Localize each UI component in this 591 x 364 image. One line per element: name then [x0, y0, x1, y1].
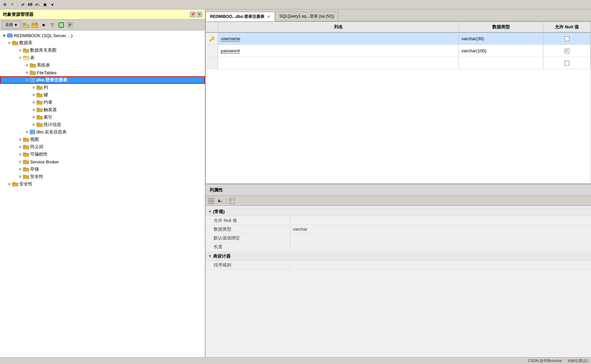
table-row-empty[interactable]	[206, 57, 591, 69]
exp-security-inner[interactable]: ⊞	[18, 174, 23, 179]
cell-username-name[interactable]: username	[218, 33, 459, 45]
exp-trigger[interactable]: ⊞	[31, 107, 37, 112]
exp-storage[interactable]: ⊞	[18, 166, 23, 172]
tables-label: 表	[30, 55, 34, 61]
status-bar: CSDN @书海shuhai 光标位置(点)	[0, 357, 591, 364]
cell-username-null[interactable]	[543, 33, 591, 45]
explorer-icon-stop[interactable]: ■	[40, 21, 47, 29]
exp-index[interactable]: ⊞	[31, 114, 37, 120]
prop-default-value[interactable]	[290, 234, 591, 242]
tree-security-inner[interactable]: ⊞ 安全性	[0, 173, 205, 180]
exp-stats[interactable]: ⊞	[31, 122, 37, 127]
cell-empty-name[interactable]	[218, 57, 459, 69]
toolbar-icon-5[interactable]: xh↓	[34, 1, 41, 8]
props-icon-table[interactable]	[228, 197, 236, 205]
tree-col[interactable]: ⊞ 列	[0, 84, 205, 91]
folder-file-icon	[30, 70, 36, 75]
tree-dbo-login[interactable]: ⊟ dbo.登录注册表	[0, 76, 205, 84]
toolbar-icon-3[interactable]: ⇄	[19, 1, 26, 8]
tree-dbo-real[interactable]: ⊞ dbo.实名信息表	[0, 128, 205, 136]
exp-dbo-real[interactable]: ⊞	[24, 129, 30, 135]
exp-synonyms[interactable]: ⊞	[18, 144, 23, 150]
file-tables-label: FileTables	[37, 70, 57, 75]
tree-trigger[interactable]: ⊞ 触发器	[0, 106, 205, 113]
expander-db[interactable]: ▣	[1, 33, 7, 38]
tree-index[interactable]: ⊞ 索引	[0, 113, 205, 121]
cell-empty-type[interactable]	[459, 57, 543, 69]
panel-pin-btn[interactable]: 📌	[190, 12, 195, 17]
tree-constraint[interactable]: ⊞ 约束	[0, 99, 205, 106]
explorer-icon-props[interactable]	[66, 21, 74, 29]
prop-row-allownull: 允许 Null 值	[206, 216, 591, 225]
tree-views[interactable]: ⊞ 视图	[0, 136, 205, 143]
exp-prog[interactable]: ⊞	[18, 152, 23, 157]
tab-login-table[interactable]: REDMIBOO...dbo.登录注册表 ✕	[206, 12, 275, 21]
connect-dropdown-icon[interactable]: ▼	[14, 23, 18, 27]
cell-password-name[interactable]: password	[218, 45, 459, 57]
tree-item-db-root[interactable]: ▣ REDMIBOOK (SQL Server ...)	[0, 32, 205, 39]
section-general-toggle[interactable]: ▼	[208, 210, 212, 213]
prop-datatype-value[interactable]: varchar	[290, 225, 591, 233]
col-name-header: 列名	[218, 22, 459, 32]
explorer-icon-2[interactable]	[31, 21, 39, 29]
exp-key[interactable]: ⊞	[31, 92, 37, 98]
table-row-password[interactable]: password varchar(100) ✓	[206, 45, 591, 57]
exp-col[interactable]: ⊞	[31, 85, 37, 90]
exp-security-outer[interactable]: ⊞	[7, 181, 12, 187]
svg-rect-67	[229, 198, 235, 204]
exp-diagrams[interactable]: ⊞	[18, 48, 23, 53]
exp-views[interactable]: ⊞	[18, 137, 23, 142]
toolbar-icon-2[interactable]: ?	[9, 1, 16, 8]
tree-prog[interactable]: ⊞ 可编程性	[0, 151, 205, 158]
exp-file[interactable]: ⊞	[24, 70, 30, 75]
props-icon-grid[interactable]	[208, 197, 215, 205]
toolbar-icon-7[interactable]: ▼	[49, 1, 56, 8]
prop-collation-value[interactable]	[290, 261, 591, 269]
tree-storage[interactable]: ⊞ 存储	[0, 165, 205, 173]
checkbox-empty-null[interactable]	[565, 61, 569, 66]
exp-constraint[interactable]: ⊞	[31, 100, 37, 105]
tree-sys-tables[interactable]: ⊞ 系统表	[0, 61, 205, 69]
checkbox-password-null[interactable]: ✓	[565, 49, 569, 53]
tree-tables[interactable]: ⊟ 表	[0, 54, 205, 61]
tree-stats[interactable]: ⊞ 统计信息	[0, 121, 205, 128]
exp-sb[interactable]: ⊞	[18, 159, 23, 164]
section-tabledesign-toggle[interactable]: ▼	[208, 254, 212, 258]
table-row-username[interactable]: 🔑 username varchar(30)	[206, 33, 591, 45]
prop-length-value[interactable]	[290, 242, 591, 251]
svg-rect-8	[60, 24, 63, 26]
props-separator	[226, 198, 226, 204]
prop-allownull-value[interactable]	[290, 216, 591, 225]
cell-username-type[interactable]: varchar(30)	[459, 33, 543, 45]
explorer-icon-filter[interactable]: ▽	[49, 21, 56, 29]
tab-sqlquery[interactable]: SQLQuery1.sq...登录 (sa (52))	[275, 11, 338, 21]
explorer-icon-1[interactable]	[22, 21, 30, 29]
exp-databases[interactable]: ⊞	[7, 40, 12, 46]
checkbox-username-null[interactable]	[565, 36, 569, 41]
tree-sb[interactable]: ⊞ Service Broker	[0, 158, 205, 165]
cell-password-null[interactable]: ✓	[543, 45, 591, 57]
tree-synonyms[interactable]: ⊞ 同义词	[0, 143, 205, 151]
cell-empty-null[interactable]	[543, 57, 591, 69]
props-section-general-header[interactable]: ▼ (常规)	[206, 207, 591, 216]
tree-key[interactable]: ⊞ 键	[0, 91, 205, 99]
prop-collation-label: 排序规则	[206, 261, 290, 269]
toolbar-icon-1[interactable]: ⊞	[1, 1, 8, 8]
cell-password-type[interactable]: varchar(100)	[459, 45, 543, 57]
toolbar-icon-6[interactable]: ▣	[42, 1, 48, 8]
exp-sys[interactable]: ⊞	[24, 62, 30, 68]
explorer-icon-refresh[interactable]	[57, 21, 65, 29]
connect-label: 连接	[5, 22, 13, 28]
tree-databases[interactable]: ⊞ 数据库	[0, 39, 205, 47]
tree-file-tables[interactable]: ⊞ FileTables	[0, 69, 205, 76]
tree-security-outer[interactable]: ⊞ 安全性	[0, 180, 205, 188]
connect-button[interactable]: 连接 ▼	[2, 21, 21, 29]
tree-diagrams[interactable]: ⊞ 数据库关系图	[0, 47, 205, 54]
exp-tables[interactable]: ⊟	[18, 55, 23, 60]
tab-login-close[interactable]: ✕	[266, 15, 270, 19]
props-icon-az[interactable]: A↓	[216, 197, 224, 205]
panel-close-btn[interactable]: ✕	[197, 12, 202, 17]
toolbar-icon-4[interactable]: AB	[27, 1, 33, 8]
exp-dbo-login[interactable]: ⊟	[24, 77, 30, 83]
props-section-tabledesign-header[interactable]: ▼ 表设计器	[206, 252, 591, 261]
